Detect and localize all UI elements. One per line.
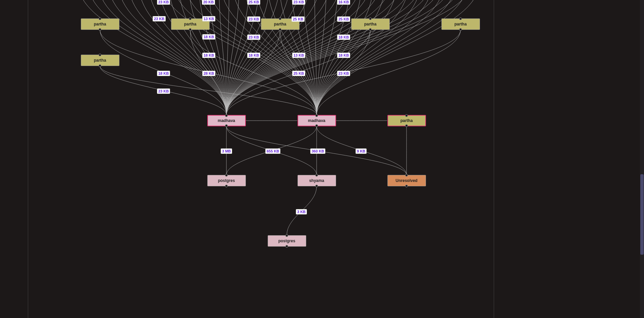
node-label: madhava — [218, 118, 235, 123]
node-label: partha — [364, 22, 377, 26]
port-top[interactable] — [189, 17, 192, 20]
node-label: postgres — [218, 178, 235, 183]
port-bottom[interactable] — [279, 28, 281, 31]
node-label: partha — [400, 118, 413, 123]
node-postgres[interactable]: postgres — [268, 235, 306, 247]
edge-label: 360 KB — [310, 148, 325, 154]
edge-label: 655 KB — [265, 148, 280, 154]
port-bottom[interactable] — [315, 185, 318, 187]
port-bottom[interactable] — [459, 28, 462, 31]
edge-label: 25 KB — [291, 16, 305, 22]
node-madhava[interactable]: madhava — [207, 115, 246, 126]
port-bottom[interactable] — [369, 28, 372, 31]
node-partha[interactable]: partha — [441, 18, 480, 30]
edge-label: 3 KB — [296, 209, 307, 214]
edge-label: 13 KB — [292, 53, 305, 58]
port-top[interactable] — [315, 114, 318, 117]
edge-label: 28 KB — [202, 71, 215, 76]
edge-label: 23 KB — [153, 16, 166, 21]
node-partha[interactable]: partha — [81, 18, 119, 30]
edge-label: 18 KB — [202, 34, 215, 40]
node-label: partha — [184, 22, 197, 26]
port-top[interactable] — [225, 174, 228, 177]
node-label: Unresolved — [395, 178, 417, 183]
edge-label: 25 KB — [247, 0, 260, 5]
port-bottom[interactable] — [225, 185, 228, 187]
edge-label: 3 MB — [221, 148, 232, 154]
port-top[interactable] — [405, 174, 408, 177]
port-bottom[interactable] — [315, 124, 318, 127]
port-top[interactable] — [285, 234, 288, 237]
edge-label: 9 KB — [356, 148, 367, 154]
edge-label: 23 KB — [157, 88, 170, 94]
node-shyama[interactable]: shyama — [298, 175, 336, 186]
port-top[interactable] — [459, 17, 462, 20]
node-madhava[interactable]: madhava — [298, 115, 336, 126]
port-bottom[interactable] — [405, 185, 408, 187]
edge-label: 20 KB — [202, 0, 215, 5]
edge-label: 23 KB — [337, 71, 350, 76]
node-label: partha — [94, 22, 106, 26]
edge-label: 18 KB — [202, 53, 215, 58]
node-label: partha — [94, 58, 106, 63]
node-label: partha — [454, 22, 467, 26]
node-label: shyama — [309, 178, 324, 183]
port-bottom[interactable] — [99, 64, 101, 67]
node-postgres[interactable]: postgres — [207, 175, 246, 186]
node-label: madhava — [308, 118, 325, 123]
vertical-scrollbar[interactable] — [640, 0, 644, 318]
port-top[interactable] — [369, 17, 372, 20]
node-partha[interactable]: partha — [81, 55, 119, 66]
edge-label: 23 KB — [292, 0, 305, 5]
graph-canvas[interactable] — [28, 0, 494, 318]
scrollbar-thumb[interactable] — [640, 174, 644, 255]
edge-label: 25 KB — [292, 71, 305, 76]
port-top[interactable] — [99, 17, 101, 20]
edge-label: 13 KB — [202, 16, 215, 21]
edge-label: 23 KB — [157, 0, 170, 5]
port-top[interactable] — [99, 54, 101, 56]
port-bottom[interactable] — [225, 124, 228, 127]
edge-label: 18 KB — [337, 35, 350, 40]
port-top[interactable] — [315, 174, 318, 177]
edge-label: 23 KB — [247, 35, 260, 40]
port-top[interactable] — [225, 114, 228, 117]
port-bottom[interactable] — [405, 124, 408, 127]
edge-label: 18 KB — [337, 53, 350, 58]
node-partha[interactable]: partha — [351, 18, 390, 30]
port-top[interactable] — [279, 17, 281, 20]
edge-label: 16 KB — [337, 0, 350, 5]
edge-label: 18 KB — [247, 53, 260, 58]
node-label: partha — [274, 22, 286, 26]
edge-label: 23 KB — [247, 16, 260, 22]
port-bottom[interactable] — [189, 28, 192, 31]
node-unresolved[interactable]: Unresolved — [387, 175, 426, 186]
edge-label: 18 KB — [157, 71, 170, 76]
edge-label: 25 KB — [337, 16, 350, 22]
port-bottom[interactable] — [285, 245, 288, 248]
node-label: postgres — [278, 239, 296, 243]
port-bottom[interactable] — [99, 28, 101, 31]
port-top[interactable] — [405, 114, 408, 117]
node-partha[interactable]: partha — [387, 115, 426, 126]
